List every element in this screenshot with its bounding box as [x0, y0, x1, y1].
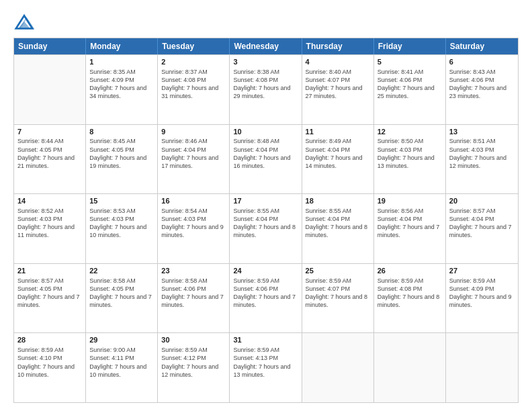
cell-info: Sunrise: 8:59 AMSunset: 4:10 PMDaylight:… — [17, 346, 82, 379]
calendar-cell: 21Sunrise: 8:57 AMSunset: 4:05 PMDayligh… — [14, 264, 86, 333]
cell-info: Sunrise: 8:43 AMSunset: 4:06 PMDaylight:… — [449, 68, 515, 101]
cell-date-number: 13 — [449, 127, 515, 137]
calendar-week-row: 7Sunrise: 8:44 AMSunset: 4:05 PMDaylight… — [14, 124, 518, 194]
logo-icon — [13, 12, 35, 31]
calendar-cell: 22Sunrise: 8:58 AMSunset: 4:05 PMDayligh… — [86, 264, 158, 333]
calendar-cell: 24Sunrise: 8:59 AMSunset: 4:06 PMDayligh… — [230, 264, 302, 333]
cell-info: Sunrise: 8:57 AMSunset: 4:05 PMDaylight:… — [17, 277, 82, 310]
calendar-cell — [14, 55, 86, 124]
calendar-cell: 10Sunrise: 8:48 AMSunset: 4:04 PMDayligh… — [230, 125, 302, 194]
calendar-cell: 19Sunrise: 8:56 AMSunset: 4:04 PMDayligh… — [374, 194, 446, 263]
calendar-cell: 7Sunrise: 8:44 AMSunset: 4:05 PMDaylight… — [14, 125, 86, 194]
cell-date-number: 7 — [17, 127, 82, 137]
calendar-cell: 11Sunrise: 8:49 AMSunset: 4:04 PMDayligh… — [302, 125, 374, 194]
calendar-week-row: 14Sunrise: 8:52 AMSunset: 4:03 PMDayligh… — [14, 193, 518, 263]
cell-date-number: 2 — [161, 57, 226, 67]
calendar-cell: 1Sunrise: 8:35 AMSunset: 4:09 PMDaylight… — [86, 55, 158, 124]
cell-info: Sunrise: 8:41 AMSunset: 4:06 PMDaylight:… — [378, 68, 442, 101]
cell-info: Sunrise: 8:58 AMSunset: 4:06 PMDaylight:… — [161, 277, 226, 310]
cell-info: Sunrise: 8:48 AMSunset: 4:04 PMDaylight:… — [233, 137, 298, 170]
calendar-cell: 31Sunrise: 8:59 AMSunset: 4:13 PMDayligh… — [230, 333, 302, 402]
cell-info: Sunrise: 8:50 AMSunset: 4:03 PMDaylight:… — [378, 137, 442, 170]
cell-info: Sunrise: 8:55 AMSunset: 4:04 PMDaylight:… — [233, 207, 298, 240]
calendar-cell: 14Sunrise: 8:52 AMSunset: 4:03 PMDayligh… — [14, 194, 86, 263]
cell-info: Sunrise: 8:45 AMSunset: 4:05 PMDaylight:… — [89, 137, 154, 170]
calendar-cell: 13Sunrise: 8:51 AMSunset: 4:03 PMDayligh… — [446, 125, 518, 194]
calendar-header-day: Saturday — [446, 38, 518, 54]
calendar-cell: 12Sunrise: 8:50 AMSunset: 4:03 PMDayligh… — [374, 125, 446, 194]
calendar-week-row: 21Sunrise: 8:57 AMSunset: 4:05 PMDayligh… — [14, 263, 518, 333]
cell-date-number: 6 — [449, 57, 515, 67]
header — [13, 12, 519, 31]
cell-date-number: 19 — [378, 196, 442, 206]
cell-info: Sunrise: 8:38 AMSunset: 4:08 PMDaylight:… — [233, 68, 298, 101]
cell-date-number: 5 — [378, 57, 442, 67]
calendar-cell: 8Sunrise: 8:45 AMSunset: 4:05 PMDaylight… — [86, 125, 158, 194]
cell-date-number: 11 — [306, 127, 370, 137]
calendar: SundayMondayTuesdayWednesdayThursdayFrid… — [13, 38, 519, 403]
cell-date-number: 20 — [449, 196, 515, 206]
cell-date-number: 28 — [17, 335, 82, 345]
calendar-cell — [446, 333, 518, 402]
calendar-header-day: Tuesday — [158, 38, 230, 54]
cell-info: Sunrise: 8:51 AMSunset: 4:03 PMDaylight:… — [449, 137, 515, 170]
calendar-cell: 15Sunrise: 8:53 AMSunset: 4:03 PMDayligh… — [86, 194, 158, 263]
cell-info: Sunrise: 8:56 AMSunset: 4:04 PMDaylight:… — [378, 207, 442, 240]
calendar-header-day: Monday — [86, 38, 158, 54]
cell-date-number: 1 — [89, 57, 154, 67]
cell-date-number: 14 — [17, 196, 82, 206]
cell-date-number: 21 — [17, 266, 82, 276]
calendar-header-day: Wednesday — [230, 38, 302, 54]
cell-date-number: 12 — [378, 127, 442, 137]
calendar-cell — [302, 333, 374, 402]
cell-info: Sunrise: 8:52 AMSunset: 4:03 PMDaylight:… — [17, 207, 82, 240]
calendar-cell: 16Sunrise: 8:54 AMSunset: 4:03 PMDayligh… — [158, 194, 230, 263]
calendar-cell: 3Sunrise: 8:38 AMSunset: 4:08 PMDaylight… — [230, 55, 302, 124]
calendar-cell: 26Sunrise: 8:59 AMSunset: 4:08 PMDayligh… — [374, 264, 446, 333]
calendar-header-day: Thursday — [302, 38, 374, 54]
cell-date-number: 29 — [89, 335, 154, 345]
calendar-cell: 29Sunrise: 9:00 AMSunset: 4:11 PMDayligh… — [86, 333, 158, 402]
cell-date-number: 26 — [378, 266, 442, 276]
cell-date-number: 30 — [161, 335, 226, 345]
cell-date-number: 4 — [306, 57, 370, 67]
cell-info: Sunrise: 8:57 AMSunset: 4:04 PMDaylight:… — [449, 207, 515, 240]
cell-info: Sunrise: 8:59 AMSunset: 4:12 PMDaylight:… — [161, 346, 226, 379]
calendar-cell: 23Sunrise: 8:58 AMSunset: 4:06 PMDayligh… — [158, 264, 230, 333]
calendar-cell: 2Sunrise: 8:37 AMSunset: 4:08 PMDaylight… — [158, 55, 230, 124]
calendar-cell: 5Sunrise: 8:41 AMSunset: 4:06 PMDaylight… — [374, 55, 446, 124]
cell-date-number: 24 — [233, 266, 298, 276]
logo — [13, 12, 38, 31]
cell-info: Sunrise: 8:35 AMSunset: 4:09 PMDaylight:… — [89, 68, 154, 101]
cell-date-number: 27 — [449, 266, 515, 276]
cell-date-number: 17 — [233, 196, 298, 206]
cell-info: Sunrise: 8:59 AMSunset: 4:13 PMDaylight:… — [233, 346, 298, 379]
cell-info: Sunrise: 8:40 AMSunset: 4:07 PMDaylight:… — [306, 68, 370, 101]
cell-info: Sunrise: 8:54 AMSunset: 4:03 PMDaylight:… — [161, 207, 226, 240]
cell-date-number: 3 — [233, 57, 298, 67]
calendar-header-row: SundayMondayTuesdayWednesdayThursdayFrid… — [14, 38, 518, 54]
cell-date-number: 10 — [233, 127, 298, 137]
cell-date-number: 23 — [161, 266, 226, 276]
calendar-body: 1Sunrise: 8:35 AMSunset: 4:09 PMDaylight… — [14, 54, 518, 402]
cell-date-number: 16 — [161, 196, 226, 206]
cell-info: Sunrise: 8:37 AMSunset: 4:08 PMDaylight:… — [161, 68, 226, 101]
calendar-cell: 30Sunrise: 8:59 AMSunset: 4:12 PMDayligh… — [158, 333, 230, 402]
calendar-cell: 27Sunrise: 8:59 AMSunset: 4:09 PMDayligh… — [446, 264, 518, 333]
calendar-cell: 20Sunrise: 8:57 AMSunset: 4:04 PMDayligh… — [446, 194, 518, 263]
page: SundayMondayTuesdayWednesdayThursdayFrid… — [0, 0, 532, 411]
calendar-cell: 4Sunrise: 8:40 AMSunset: 4:07 PMDaylight… — [302, 55, 374, 124]
cell-info: Sunrise: 8:53 AMSunset: 4:03 PMDaylight:… — [89, 207, 154, 240]
cell-info: Sunrise: 8:59 AMSunset: 4:06 PMDaylight:… — [233, 277, 298, 310]
calendar-week-row: 1Sunrise: 8:35 AMSunset: 4:09 PMDaylight… — [14, 54, 518, 124]
calendar-week-row: 28Sunrise: 8:59 AMSunset: 4:10 PMDayligh… — [14, 332, 518, 402]
cell-info: Sunrise: 8:58 AMSunset: 4:05 PMDaylight:… — [89, 277, 154, 310]
cell-date-number: 15 — [89, 196, 154, 206]
cell-info: Sunrise: 8:55 AMSunset: 4:04 PMDaylight:… — [306, 207, 370, 240]
cell-date-number: 9 — [161, 127, 226, 137]
calendar-cell: 25Sunrise: 8:59 AMSunset: 4:07 PMDayligh… — [302, 264, 374, 333]
calendar-header-day: Sunday — [14, 38, 86, 54]
cell-info: Sunrise: 8:59 AMSunset: 4:09 PMDaylight:… — [449, 277, 515, 310]
cell-info: Sunrise: 9:00 AMSunset: 4:11 PMDaylight:… — [89, 346, 154, 379]
calendar-cell: 9Sunrise: 8:46 AMSunset: 4:04 PMDaylight… — [158, 125, 230, 194]
